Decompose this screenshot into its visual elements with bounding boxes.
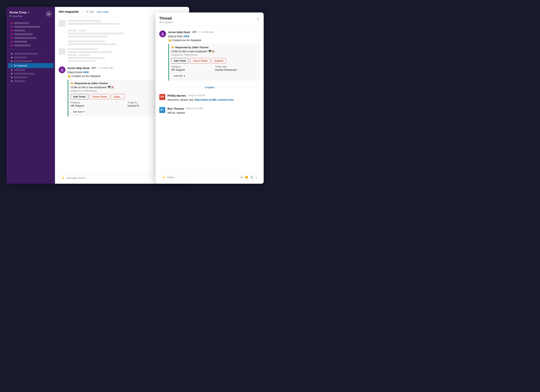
reply-1-time: Today at 2:48 PM: [188, 94, 205, 97]
message-time: < 1 minute ago: [98, 67, 113, 69]
thread-close-ticket-button[interactable]: Close Ticket: [190, 58, 210, 64]
send-icon[interactable]: ➤: [255, 176, 258, 179]
thread-edit-ticket-button[interactable]: Edit Ticket: [171, 58, 189, 64]
app-badge: APP: [91, 67, 96, 69]
svg-point-3: [61, 69, 63, 70]
crown-icon: 👑: [168, 39, 171, 42]
thread-message-source: 👑 Created via #hr-helpdesk: [168, 38, 260, 42]
thread-close-button[interactable]: ×: [256, 16, 260, 22]
category-label: Category: [71, 101, 126, 104]
workspace-name[interactable]: Acme Corp. ▾: [10, 11, 29, 14]
sidebar-item-5[interactable]: [8, 36, 54, 40]
sidebar-item-7[interactable]: [8, 44, 54, 47]
sidebar-item-3[interactable]: [8, 29, 54, 32]
ticket-number-link[interactable]: #808: [83, 71, 89, 74]
star-icon[interactable]: ☆: [81, 10, 84, 14]
chevron-down-icon: ▾: [184, 74, 185, 77]
thread-app-badge: APP: [192, 31, 197, 33]
sidebar-item-ch6[interactable]: [8, 72, 54, 76]
emoji-icon[interactable]: 🙂: [245, 176, 248, 179]
dot-icon: [11, 57, 12, 58]
reply-2-text: Will do, thanks!: [168, 111, 260, 115]
avatar: [159, 30, 166, 37]
reply-1-link[interactable]: http://www.ACME.com/new-hire: [195, 98, 234, 101]
edit-field-button[interactable]: Edit field ▾: [71, 109, 87, 114]
channel-meta: 300 | Add a topic: [86, 10, 109, 13]
sidebar-item-1[interactable]: [8, 21, 54, 25]
user-status: Jane Doe: [10, 15, 29, 18]
reply-1: PB Phillip Barnes Today at 2:48 PM Aweso…: [159, 93, 260, 103]
sidebar-item-ch7[interactable]: [8, 76, 54, 79]
reply-input[interactable]: Reply...: [167, 176, 239, 179]
divider-line: [159, 87, 203, 88]
thread-triage-field: Triage type Human Resources: [215, 65, 258, 71]
dot-icon: [11, 30, 12, 31]
reply-2-time: Today at 2:49 PM: [185, 107, 203, 110]
thread-category-value: HR Support: [171, 68, 214, 71]
thread-ticket-actions: Edit Ticket Close Ticket Expand: [171, 58, 258, 64]
ticket-requester-icon: 🎫: [71, 82, 74, 85]
sidebar-item-ch3[interactable]: [8, 59, 54, 63]
compose-button[interactable]: [46, 11, 52, 17]
add-topic-link[interactable]: Add a topic: [97, 10, 109, 13]
thread-original-message: Acme Help Desk APP < 1 minute ago [Open]…: [159, 29, 260, 82]
thread-reply-input-area: ⚡ Reply... Aa 🙂 📎 ➤: [155, 172, 264, 184]
member-count: 300: [90, 10, 94, 13]
reply-2: BT Ben Thorton Today at 2:49 PM Will do,…: [159, 106, 260, 116]
thread-triage-value: Human Resources: [215, 68, 258, 71]
sidebar-item-hr-requests[interactable]: # hr-requests: [8, 63, 54, 68]
thread-ticket-requester: 🎫 Requested by @Ben Thorton: [171, 46, 258, 49]
thread-category-label: Category: [171, 65, 214, 68]
dot-icon: [11, 34, 12, 35]
sidebar-header: Acme Corp. ▾ Jane Doe: [6, 10, 55, 20]
thread-message-author: Acme Help Desk: [168, 30, 190, 34]
sidebar: Acme Corp. ▾ Jane Doe: [6, 7, 55, 184]
dot-icon: [11, 73, 12, 74]
message-input[interactable]: Message #ask-it: [67, 176, 164, 179]
attach-icon[interactable]: 📎: [250, 176, 254, 179]
avatar: [59, 66, 65, 73]
reply-2-author: Ben Thorton: [168, 107, 184, 110]
avatar-phillip-barnes: PB: [159, 94, 165, 100]
thread-title: Thread: [159, 16, 173, 20]
expand-button[interactable]: Expa...: [111, 94, 125, 99]
dot-icon: [11, 26, 12, 28]
reply-1-body: Phillip Barnes Today at 2:48 PM Awesome,…: [168, 94, 260, 102]
reply-1-text: Awesome, please visit: http://www.ACME.c…: [168, 98, 260, 102]
thread-panel: Thread #hr-requests × Acme Help Desk: [155, 12, 264, 184]
edit-ticket-button[interactable]: Edit Ticket: [71, 94, 89, 99]
svg-point-5: [162, 33, 163, 34]
sidebar-separator: [10, 49, 52, 50]
lightning-icon: ⚡: [61, 176, 65, 180]
thread-edit-field-button[interactable]: Edit field ▾: [171, 73, 188, 78]
skeleton-avatar: [59, 20, 65, 27]
sidebar-item-2[interactable]: [8, 25, 54, 29]
thread-messages: Acme Help Desk APP < 1 minute ago [Open]…: [155, 26, 264, 172]
thread-ticket-number-link[interactable]: #808: [184, 35, 189, 38]
thread-message-time: < 1 minute ago: [199, 31, 214, 33]
reply-2-body: Ben Thorton Today at 2:49 PM Will do, th…: [168, 107, 260, 115]
thread-category-field: Category HR Support: [171, 65, 214, 71]
format-icon[interactable]: Aa: [240, 176, 243, 178]
replies-divider: 2 replies: [159, 86, 260, 89]
channel-title: #hr-requests: [59, 10, 79, 14]
thread-expand-button[interactable]: Expand: [212, 58, 226, 64]
sidebar-item-ch2[interactable]: [8, 56, 54, 59]
avatar-ben-thorton: BT: [159, 107, 165, 113]
dot-icon: [11, 22, 12, 24]
sidebar-item-ch8[interactable]: [8, 79, 54, 83]
sidebar-item-6[interactable]: [8, 40, 54, 44]
message-author: Acme Help Desk: [68, 66, 90, 70]
sidebar-item-ch1[interactable]: [8, 52, 54, 56]
thread-message-body: Acme Help Desk APP < 1 minute ago [Open]…: [168, 30, 260, 81]
dot-icon: [11, 80, 12, 82]
sidebar-item-ch5[interactable]: [8, 68, 54, 72]
close-ticket-button[interactable]: Close Ticket: [90, 94, 110, 99]
thread-ticket-card: 🎫 Requested by @Ben Thorton I'd like to …: [168, 44, 260, 81]
sidebar-item-label: hr-requests: [14, 64, 27, 67]
sidebar-item-4[interactable]: [8, 32, 54, 36]
skeleton-avatar: [59, 48, 65, 55]
dot-icon: [11, 41, 12, 42]
lightning-icon: ⚡: [162, 176, 165, 179]
dot-icon: [11, 69, 12, 71]
